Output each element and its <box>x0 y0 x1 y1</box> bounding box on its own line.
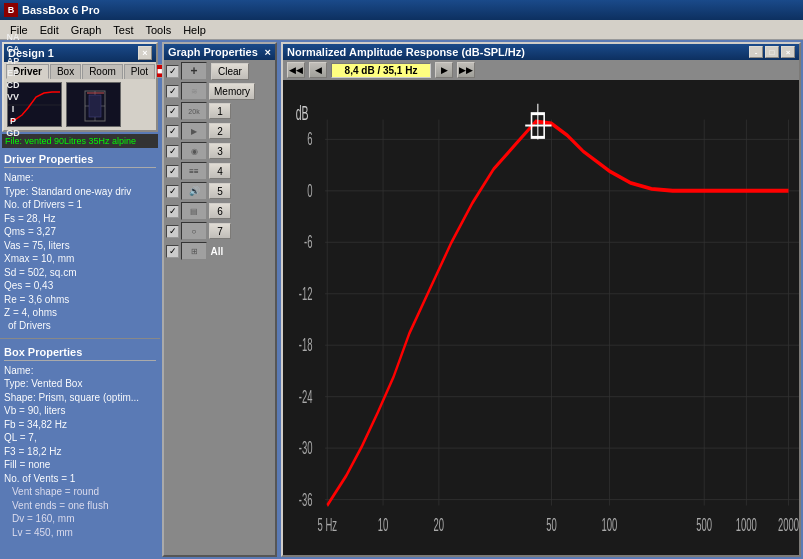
svg-text:2000: 2000 <box>778 515 799 535</box>
box-properties-panel: Box Properties Name: Type: Vented Box Sh… <box>0 343 160 543</box>
menu-graph[interactable]: Graph <box>65 22 108 38</box>
driver-name: Name: <box>4 171 156 185</box>
svg-text:6: 6 <box>307 129 312 149</box>
driver-vas: Vas = 75, liters <box>4 239 156 253</box>
left-panel: Design 1 × Driver Box Room Plot ■ <box>0 40 160 559</box>
app-title-bar: B BassBox 6 Pro <box>0 0 803 20</box>
driver-xmax: Xmax = 10, mm <box>4 252 156 266</box>
box-novents: No. of Vents = 1 <box>4 472 156 486</box>
svg-text:50: 50 <box>546 515 557 535</box>
gp-check-gd[interactable]: ✓ <box>166 225 179 238</box>
gp-row-ep: ✓ ▶ 2 <box>166 122 273 140</box>
graph-title-buttons: - □ × <box>749 46 795 58</box>
box-fill: Fill = none <box>4 458 156 472</box>
box-dv: Dv = 160, mm <box>4 512 156 526</box>
graph-props-close[interactable]: × <box>265 46 271 58</box>
gp-check-vv[interactable]: ✓ <box>166 165 179 178</box>
box-fb: Fb = 34,82 Hz <box>4 418 156 432</box>
gp-row-all: ✓ ⊞ All <box>166 242 273 260</box>
box-f3: F3 = 18,2 Hz <box>4 445 156 459</box>
gp-row-ap: ✓ 20k 1 <box>166 102 273 120</box>
tab-box[interactable]: Box <box>50 64 81 79</box>
design-close-button[interactable]: × <box>138 46 152 60</box>
gp-check-ca[interactable]: ✓ <box>166 85 179 98</box>
driver-fs: Fs = 28, Hz <box>4 212 156 226</box>
svg-text:0: 0 <box>307 181 312 201</box>
graph-toolbar: ◀◀ ◀ 8,4 dB / 35,1 Hz ▶ ▶▶ <box>283 60 799 80</box>
right-panel: Normalized Amplitude Response (dB-SPL/Hz… <box>281 42 801 557</box>
waveform-thumbnail <box>66 82 121 127</box>
svg-text:-24: -24 <box>299 386 313 406</box>
design-panel: Design 1 × Driver Box Room Plot ■ <box>2 42 158 132</box>
gp-check-i[interactable]: ✓ <box>166 185 179 198</box>
driver-z: Z = 4, ohms <box>4 306 156 320</box>
gp-icon-speaker: 🔊 <box>181 182 207 200</box>
svg-text:-18: -18 <box>299 335 313 355</box>
graph-area: dB 6 0 -6 -12 -18 -24 <box>283 80 799 555</box>
box-properties-title: Box Properties <box>4 346 156 361</box>
box-lv: Lv = 450, mm <box>4 526 156 540</box>
svg-text:1000: 1000 <box>736 515 757 535</box>
graph-title-bar: Normalized Amplitude Response (dB-SPL/Hz… <box>283 44 799 60</box>
nav-next-next[interactable]: ▶▶ <box>457 62 475 78</box>
gp-check-cd[interactable]: ✓ <box>166 145 179 158</box>
graph-properties-body: ✓ + Clear ✓ ≋ Memory ✓ 20k 1 ✓ ▶ 2 <box>164 60 275 555</box>
driver-no: No. of Drivers = 1 <box>4 198 156 212</box>
num-btn-6[interactable]: 6 <box>209 203 231 219</box>
tab-room[interactable]: Room <box>82 64 123 79</box>
clear-button[interactable]: Clear <box>211 63 249 80</box>
menu-help[interactable]: Help <box>177 22 212 38</box>
svg-text:20: 20 <box>434 515 445 535</box>
menu-tools[interactable]: Tools <box>139 22 177 38</box>
box-vent-ends: Vent ends = one flush <box>4 499 156 513</box>
gp-check-all[interactable]: ✓ <box>166 245 179 258</box>
main-layout: Design 1 × Driver Box Room Plot ■ <box>0 40 803 559</box>
close-button[interactable]: × <box>781 46 795 58</box>
nav-prev[interactable]: ◀ <box>309 62 327 78</box>
box-type: Type: Vented Box <box>4 377 156 391</box>
num-btn-7[interactable]: 7 <box>209 223 231 239</box>
gp-row-i: ✓ 🔊 5 <box>166 182 273 200</box>
gp-icon-add[interactable]: + <box>181 62 207 80</box>
nav-prev-prev[interactable]: ◀◀ <box>287 62 305 78</box>
menu-edit[interactable]: Edit <box>34 22 65 38</box>
nav-next[interactable]: ▶ <box>435 62 453 78</box>
coord-display: 8,4 dB / 35,1 Hz <box>331 63 431 78</box>
maximize-button[interactable]: □ <box>765 46 779 58</box>
label-all: All <box>209 246 225 257</box>
graph-window: Normalized Amplitude Response (dB-SPL/Hz… <box>281 42 801 557</box>
minimize-button[interactable]: - <box>749 46 763 58</box>
box-shape: Shape: Prism, square (optim... <box>4 391 156 405</box>
menu-bar: File Edit Graph Test Tools Help <box>0 20 803 40</box>
box-ql: QL = 7, <box>4 431 156 445</box>
gp-icon-cd: ◉ <box>181 142 207 160</box>
num-btn-2[interactable]: 2 <box>209 123 231 139</box>
svg-text:-12: -12 <box>299 283 313 303</box>
num-btn-1[interactable]: 1 <box>209 103 231 119</box>
file-info: File: vented 90Litres 35Hz alpine <box>2 134 158 148</box>
svg-text:100: 100 <box>602 515 618 535</box>
gp-check-ap[interactable]: ✓ <box>166 105 179 118</box>
gp-row-memory: ✓ ≋ Memory <box>166 82 273 100</box>
graph-title: Normalized Amplitude Response (dB-SPL/Hz… <box>287 46 525 58</box>
svg-text:-36: -36 <box>299 489 313 509</box>
svg-rect-8 <box>283 80 799 555</box>
gp-check-na[interactable]: ✓ <box>166 65 179 78</box>
driver-qms: Qms = 3,27 <box>4 225 156 239</box>
num-btn-4[interactable]: 4 <box>209 163 231 179</box>
num-btn-3[interactable]: 3 <box>209 143 231 159</box>
gp-icon-circle: ○ <box>181 222 207 240</box>
svg-text:500: 500 <box>696 515 712 535</box>
gp-icon-bars: ▤ <box>181 202 207 220</box>
gp-check-p[interactable]: ✓ <box>166 205 179 218</box>
gp-check-ep[interactable]: ✓ <box>166 125 179 138</box>
tab-plot[interactable]: Plot <box>124 64 155 79</box>
svg-text:dB: dB <box>296 102 309 123</box>
memory-button[interactable]: Memory <box>209 83 255 100</box>
graph-properties-title: Graph Properties × <box>164 44 275 60</box>
app-icon: B <box>4 3 18 17</box>
box-vent-shape: Vent shape = round <box>4 485 156 499</box>
menu-test[interactable]: Test <box>107 22 139 38</box>
num-btn-5[interactable]: 5 <box>209 183 231 199</box>
gp-icon-ep: ▶ <box>181 122 207 140</box>
